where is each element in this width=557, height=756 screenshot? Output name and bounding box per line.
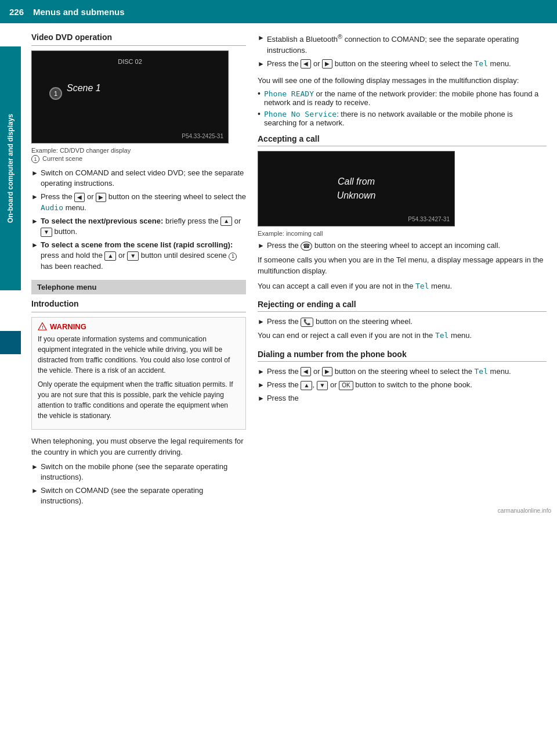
dvd-image: DISC 02 1 Scene 1 P54.33-2425-31 <box>31 51 229 143</box>
dvd-circle-num: 1 <box>49 87 62 100</box>
press-the-text: Press the <box>267 393 299 404</box>
dot-icon-2: • <box>258 109 261 118</box>
dvd-bullet-3-text: To select the next/previous scene: brief… <box>41 216 246 237</box>
arrow-icon-3: ► <box>31 217 38 226</box>
audio-menu-label: Audio <box>41 203 63 212</box>
dvd-bullet-2-text: Press the ◀ or ▶ button on the steering … <box>41 192 246 213</box>
right-bullet-2-text: Press the ◀ or ▶ button on the steering … <box>267 59 511 69</box>
phone-ready-text: Phone READY or the name of the network p… <box>264 89 547 107</box>
svg-text:!: ! <box>42 325 44 330</box>
btn-next3: ▶ <box>322 367 332 376</box>
warning-label: WARNING <box>50 322 86 331</box>
tel-bullet-2-text: Switch on COMAND (see the separate opera… <box>41 485 246 506</box>
two-column-layout: Video DVD operation DISC 02 1 Scene 1 P5… <box>31 33 547 509</box>
call-line2: Unknown <box>337 190 376 200</box>
tel-menu-label3: Tel <box>435 331 449 340</box>
accepting-call-section: Accepting a call Call from Unknown P54.3… <box>258 134 547 291</box>
btn-down2: ▼ <box>127 251 139 261</box>
tel-menu-label2: Tel <box>415 282 429 290</box>
arrow-icon-2: ► <box>31 192 38 202</box>
dvd-caption-current-scene: Current scene <box>42 155 82 162</box>
warning-triangle-icon: ! <box>38 322 47 330</box>
arrow-icon-7: ► <box>258 33 265 43</box>
press-the-item: ► Press the <box>258 393 547 404</box>
phone-ready-item: • Phone READY or the name of the network… <box>258 89 547 107</box>
dvd-disc-label: DISC 02 <box>32 58 228 65</box>
warning-title: ! WARNING <box>38 322 240 331</box>
right-bullet-1-text: Establish a Bluetooth® connection to COM… <box>267 33 547 56</box>
arrow-icon-4: ► <box>31 240 38 250</box>
dialing-phone-book-section: Dialing a number from the phone book ► P… <box>258 350 547 404</box>
rejecting-bullet-text: Press the 📞 button on the steering wheel… <box>267 316 413 327</box>
call-image-code: P54.33-2427-31 <box>408 216 450 222</box>
call-image: Call from Unknown P54.33-2427-31 <box>258 151 455 226</box>
accepting-bullet: ► Press the ☎ button on the steering whe… <box>258 240 547 251</box>
intro-rule <box>31 312 246 312</box>
call-line1: Call from <box>338 177 375 186</box>
btn-prev3: ◀ <box>301 367 311 376</box>
left-column: Video DVD operation DISC 02 1 Scene 1 P5… <box>31 33 246 509</box>
video-dvd-heading: Video DVD operation <box>31 33 246 42</box>
arrow-icon-13: ► <box>258 394 265 404</box>
dialing-bullet-2: ► Press the ▲, ▼ or OK button to switch … <box>258 380 547 390</box>
phone-ready-label: Phone READY <box>264 89 314 98</box>
arrow-icon-1: ► <box>31 168 38 178</box>
phone-no-service-label: Phone No Service <box>264 110 337 118</box>
dvd-rule <box>31 45 246 46</box>
dialing-rule <box>258 361 547 362</box>
dot-icon-1: • <box>258 89 261 98</box>
dvd-bullet-1: ► Switch on COMAND and select video DVD;… <box>31 168 246 189</box>
circle-1b: 1 <box>229 253 237 261</box>
arrow-icon-12: ► <box>258 380 265 390</box>
dvd-bullets: ► Switch on COMAND and select video DVD;… <box>31 168 246 272</box>
introduction-heading: Introduction <box>31 299 246 308</box>
phone-no-service-text: Phone No Service: there is no network av… <box>264 110 547 127</box>
dvd-caption-line1: Example: CD/DVD changer display <box>31 147 246 154</box>
dvd-caption-line2: 1 Current scene <box>31 155 246 163</box>
dvd-bullet-4-text: To select a scene from the scene list (r… <box>41 240 246 272</box>
btn-ok: OK <box>339 381 353 390</box>
arrow-icon-11: ► <box>258 367 265 377</box>
tel-menu-label: Tel <box>475 59 488 68</box>
accepting-para1: If someone calls you when you are in the… <box>258 254 547 277</box>
dvd-bullet-3: ► To select the next/previous scene: bri… <box>31 216 246 237</box>
video-dvd-section: Video DVD operation DISC 02 1 Scene 1 P5… <box>31 33 246 272</box>
display-messages-intro: You will see one of the following displa… <box>258 75 547 87</box>
btn-next: ▶ <box>96 193 106 202</box>
phone-no-service-item: • Phone No Service: there is no network … <box>258 110 547 127</box>
btn-prev: ◀ <box>74 193 85 202</box>
page-number: 226 <box>9 7 24 17</box>
warning-para-1: If you operate information systems and c… <box>38 334 240 376</box>
arrow-icon-6: ► <box>31 486 38 496</box>
dialing-bullet-1: ► Press the ◀ or ▶ button on the steerin… <box>258 366 547 377</box>
btn-prev2: ◀ <box>301 59 311 69</box>
btn-down3: ▼ <box>317 381 328 390</box>
dvd-image-code: P54.33-2425-31 <box>182 133 223 139</box>
warning-box: ! WARNING If you operate information sys… <box>31 317 246 430</box>
header-bar: 226 Menus and submenus <box>0 0 557 23</box>
arrow-icon-10: ► <box>258 317 265 327</box>
side-tab-label: On-board computer and displays <box>6 114 15 223</box>
dvd-bullet-4: ► To select a scene from the scene list … <box>31 240 246 272</box>
btn-down: ▼ <box>41 228 52 237</box>
rejecting-para: You can end or reject a call even if you… <box>258 330 547 341</box>
call-caption: Example: incoming call <box>258 230 547 237</box>
dialing-heading: Dialing a number from the phone book <box>258 350 547 359</box>
accepting-call-heading: Accepting a call <box>258 134 547 143</box>
arrow-icon-5: ► <box>31 462 38 472</box>
right-bullet-1: ► Establish a Bluetooth® connection to C… <box>258 33 547 56</box>
watermark: carmanualonline.info <box>498 507 551 514</box>
tel-bullets: ► Switch on the mobile phone (see the se… <box>31 462 246 507</box>
btn-up: ▲ <box>220 217 232 226</box>
btn-up2: ▲ <box>104 251 116 261</box>
dialing-bullet-2-text: Press the ▲, ▼ or OK button to switch to… <box>267 380 472 390</box>
side-tab: On-board computer and displays <box>0 46 21 290</box>
tel-bullet-1: ► Switch on the mobile phone (see the se… <box>31 462 246 483</box>
rejecting-rule <box>258 311 547 312</box>
dialing-bullet-1-text: Press the ◀ or ▶ button on the steering … <box>267 366 511 377</box>
rejecting-call-heading: Rejecting or ending a call <box>258 300 547 309</box>
accepting-bullet-text: Press the ☎ button on the steering wheel… <box>267 240 500 251</box>
press-the-label: Press the <box>267 394 299 402</box>
section-title: Menus and submenus <box>33 7 125 17</box>
dvd-bullet-2: ► Press the ◀ or ▶ button on the steerin… <box>31 192 246 213</box>
